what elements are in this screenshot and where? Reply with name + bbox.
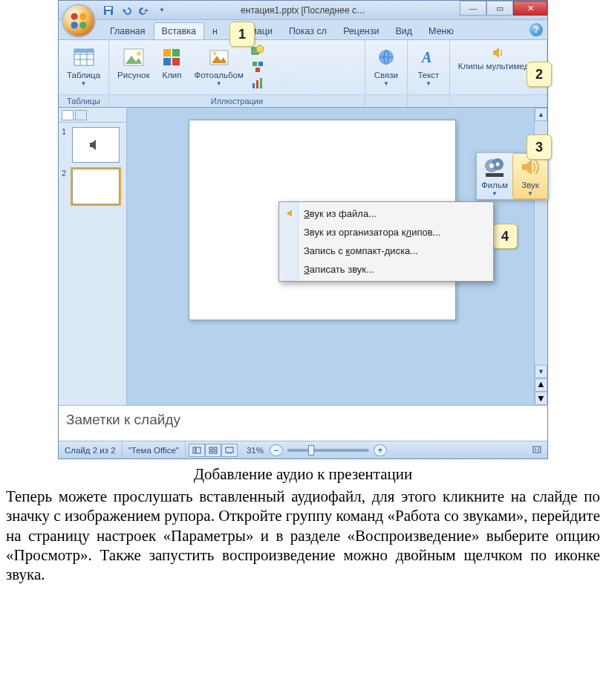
office-button[interactable] — [62, 4, 96, 38]
links-button[interactable]: Связи ▼ — [370, 43, 403, 89]
picture-button[interactable]: Рисунок — [114, 43, 153, 82]
svg-rect-36 — [214, 447, 217, 450]
tab-design[interactable]: н — [204, 22, 226, 39]
undo-icon — [121, 5, 131, 16]
chevron-down-icon: ▼ — [216, 80, 222, 87]
text-label: Текст — [417, 71, 439, 80]
fit-icon — [532, 446, 541, 453]
redo-button[interactable] — [137, 4, 151, 17]
tab-slideshow[interactable]: Показ сл — [281, 22, 335, 39]
sound-button[interactable]: Звук ▼ — [512, 153, 548, 199]
prev-slide-button[interactable]: ⯅ — [535, 378, 547, 392]
smartart-icon — [251, 60, 264, 74]
thumb-num: 2 — [62, 169, 69, 178]
svg-point-45 — [489, 163, 494, 168]
callout-2: 2 — [527, 62, 552, 87]
svg-rect-18 — [163, 58, 171, 65]
svg-rect-6 — [106, 11, 111, 15]
sound-from-file-item[interactable]: Звук из файла... — [281, 204, 491, 223]
next-slide-button[interactable]: ⯆ — [535, 392, 547, 405]
text-button[interactable]: A Текст ▼ — [412, 43, 445, 89]
scroll-up-button[interactable]: ▲ — [535, 108, 547, 121]
notes-pane[interactable]: Заметки к слайду — [59, 405, 547, 441]
close-button[interactable]: ✕ — [513, 1, 547, 16]
svg-point-2 — [71, 22, 78, 28]
svg-rect-25 — [252, 62, 257, 66]
qat-more-button[interactable]: ▼ — [155, 4, 169, 17]
thumb-num: 1 — [62, 127, 69, 136]
svg-rect-47 — [486, 173, 504, 177]
group-links: Связи ▼ — [365, 40, 408, 107]
chart-icon — [251, 77, 264, 90]
view-slideshow-button[interactable] — [221, 444, 238, 457]
svg-rect-5 — [105, 7, 111, 10]
table-label: Таблица — [67, 71, 100, 80]
chevron-down-icon: ▼ — [426, 80, 431, 87]
window-title: ентация1.pptx [Последнее с… — [241, 5, 365, 16]
menu-item-label: Звук из файла... — [304, 208, 377, 219]
help-button[interactable]: ? — [530, 23, 543, 36]
slides-tab[interactable] — [62, 110, 74, 120]
chevron-down-icon: ▼ — [527, 190, 533, 197]
clipart-label: Клип — [162, 71, 181, 80]
zoom-knob[interactable] — [308, 445, 314, 456]
speaker-icon — [88, 137, 104, 153]
clipart-button[interactable]: Клип — [156, 43, 187, 82]
view-normal-icon — [192, 447, 201, 454]
film-icon — [483, 155, 506, 179]
thumbnail-1[interactable]: 1 — [62, 127, 123, 163]
svg-rect-33 — [193, 447, 195, 453]
view-sorter-button[interactable] — [205, 444, 221, 457]
undo-button[interactable] — [120, 4, 133, 17]
tab-review[interactable]: Рецензи — [335, 22, 387, 39]
view-slideshow-icon — [225, 447, 234, 454]
maximize-button[interactable]: ▭ — [486, 1, 513, 16]
svg-point-24 — [256, 45, 264, 53]
zoom-value: 31% — [241, 441, 270, 458]
minimize-button[interactable]: — — [460, 1, 486, 16]
tab-view[interactable]: Вид — [387, 22, 420, 39]
office-logo-icon — [68, 10, 89, 31]
redo-icon — [139, 5, 149, 16]
table-button[interactable]: Таблица ▼ — [63, 43, 104, 89]
tab-insert[interactable]: Вставка — [154, 22, 204, 39]
sound-from-organizer-item[interactable]: Звук из организатора клипов... — [281, 223, 491, 242]
status-theme: "Тема Office" — [123, 441, 186, 458]
ribbon: Таблица ▼ Таблицы Рисунок Клип Фотоальбо… — [59, 39, 547, 108]
tab-home[interactable]: Главная — [102, 22, 154, 39]
sound-from-cd-item[interactable]: Запись с компакт-диска... — [281, 242, 491, 260]
title-bar: ▼ ентация1.pptx [Последнее с… — ▭ ✕ — [59, 1, 547, 20]
callout-4: 4 — [492, 224, 518, 249]
notes-placeholder: Заметки к слайду — [66, 412, 180, 427]
status-slide: Слайд 2 из 2 — [59, 441, 123, 458]
tab-menu[interactable]: Меню — [420, 22, 462, 39]
picture-icon — [123, 47, 145, 68]
zoom-in-button[interactable]: + — [374, 444, 387, 456]
scroll-down-button[interactable]: ▼ — [535, 365, 547, 378]
speaker-icon — [491, 45, 506, 60]
zoom-out-button[interactable]: − — [270, 444, 283, 456]
movie-button[interactable]: Фильм ▼ — [477, 153, 512, 199]
pane-tabs — [59, 108, 126, 123]
picture-label: Рисунок — [117, 71, 149, 80]
photoalbum-button[interactable]: Фотоальбом ▼ — [190, 43, 247, 89]
ribbon-tabs: Главная Вставка н Анимаци Показ сл Рецен… — [59, 20, 547, 39]
speaker-icon — [286, 208, 296, 218]
zoom-slider[interactable] — [287, 449, 369, 452]
outline-tab[interactable] — [75, 110, 87, 120]
group-links-label — [365, 94, 407, 107]
smartart-button[interactable] — [250, 59, 265, 74]
chart-button[interactable] — [250, 76, 265, 91]
view-normal-button[interactable] — [189, 444, 205, 457]
svg-point-3 — [79, 22, 86, 28]
svg-rect-35 — [209, 447, 212, 450]
figure-caption: Добавление аудио к презентации — [6, 465, 600, 484]
svg-rect-29 — [256, 80, 258, 88]
svg-rect-34 — [196, 447, 201, 453]
record-sound-item[interactable]: Записать звук... — [281, 260, 491, 279]
fit-window-button[interactable] — [532, 446, 541, 455]
svg-point-46 — [496, 163, 500, 166]
thumbnail-2[interactable]: 2 — [62, 169, 123, 204]
group-text-label — [408, 94, 449, 107]
save-button[interactable] — [102, 4, 115, 17]
